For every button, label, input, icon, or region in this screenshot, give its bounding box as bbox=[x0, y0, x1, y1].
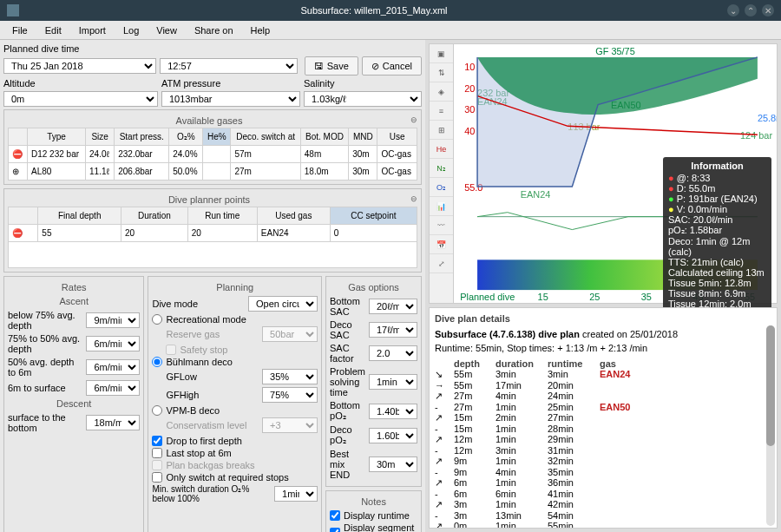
gfhigh-select[interactable]: 75% bbox=[262, 387, 318, 403]
dpo2-select[interactable]: 1.60bar bbox=[369, 428, 417, 443]
svg-text:10: 10 bbox=[464, 62, 475, 72]
note1-check[interactable] bbox=[330, 510, 340, 521]
menu-edit[interactable]: Edit bbox=[36, 25, 70, 36]
salinity-select[interactable]: 1.03kg/ℓ bbox=[304, 91, 422, 107]
tool-graph-icon[interactable]: 〰 bbox=[430, 216, 453, 235]
gas-options-panel: Gas options Bottom SAC20ℓ/min Deco SAC17… bbox=[325, 276, 422, 487]
save-button[interactable]: 🖫Save bbox=[305, 56, 358, 76]
planning-title: Planning bbox=[152, 282, 318, 292]
gas-row[interactable]: ⊕AL8011.1ℓ206.8bar50.0%27m18.0m30mOC-gas bbox=[9, 163, 417, 181]
tool-stats-icon[interactable]: 📊 bbox=[430, 197, 453, 216]
menubar: File Edit Import Log View Share on Help bbox=[0, 21, 781, 40]
safety-check bbox=[166, 345, 176, 355]
cancel-button[interactable]: ⊘Cancel bbox=[362, 56, 422, 76]
plan-row: ↗15m2min27min bbox=[435, 412, 771, 424]
maximize-button[interactable]: ⌃ bbox=[745, 4, 757, 16]
tool-4[interactable]: ≡ bbox=[430, 102, 453, 121]
ascent-label: Ascent bbox=[8, 296, 140, 306]
collapse-planner-icon[interactable]: ⊖ bbox=[410, 194, 417, 205]
menu-help[interactable]: Help bbox=[242, 25, 279, 36]
plan-row: ↗3m1min42min bbox=[435, 499, 771, 510]
planned-time-label: Planned dive time bbox=[3, 43, 422, 54]
dive-mode-select[interactable]: Open circuit bbox=[248, 296, 318, 312]
rate-3-select[interactable]: 6m/min bbox=[86, 359, 140, 375]
tool-3[interactable]: ◈ bbox=[430, 82, 453, 102]
onlysw-check[interactable] bbox=[152, 472, 162, 483]
recreational-radio[interactable] bbox=[152, 314, 162, 325]
profile-canvas[interactable]: GF 35/75 10 20 30 40 55.0 25.8m 232 bar … bbox=[454, 44, 777, 303]
tool-5[interactable]: ⊞ bbox=[430, 121, 453, 140]
menu-share[interactable]: Share on bbox=[186, 25, 242, 36]
gases-table: TypeSizeStart press.O₂%He%Deco. switch a… bbox=[8, 128, 417, 181]
plan-row: -12m3min31min bbox=[435, 445, 771, 456]
atm-select[interactable]: 1013mbar bbox=[161, 91, 300, 107]
rate-1-select[interactable]: 9m/min bbox=[86, 312, 140, 328]
planner-row[interactable]: ⛔552020EAN240 bbox=[9, 225, 417, 242]
close-button[interactable]: ✕ bbox=[762, 4, 774, 16]
menu-view[interactable]: View bbox=[148, 25, 186, 36]
rate-2-select[interactable]: 6m/min bbox=[86, 336, 140, 351]
bpo2-select[interactable]: 1.40bar bbox=[369, 404, 417, 419]
planner-table: Final depthDurationRun timeUsed gasCC se… bbox=[8, 207, 417, 268]
gas-row[interactable]: ⛔D12 232 bar24.0ℓ232.0bar24.0%57m48m30mO… bbox=[9, 146, 417, 163]
dive-profile: ▣ ⇅ ◈ ≡ ⊞ He N₂ O₂ 📊 〰 📅 ⤢ GF 35/75 10 2… bbox=[429, 43, 778, 304]
cancel-icon: ⊘ bbox=[371, 61, 379, 72]
laststop-check[interactable] bbox=[152, 448, 162, 458]
tool-he[interactable]: He bbox=[430, 140, 453, 159]
salinity-label: Salinity bbox=[304, 78, 334, 89]
svg-text:GF 35/75: GF 35/75 bbox=[595, 46, 634, 56]
note2-check[interactable] bbox=[330, 528, 340, 532]
time-select[interactable]: 12:57 bbox=[160, 58, 297, 74]
profile-toolbar: ▣ ⇅ ◈ ≡ ⊞ He N₂ O₂ 📊 〰 📅 ⤢ bbox=[430, 44, 454, 303]
tool-o2[interactable]: O₂ bbox=[430, 178, 453, 197]
notes-title: Notes bbox=[330, 496, 417, 507]
window-title: Subsurface: willem_2015_May.xml bbox=[26, 5, 722, 16]
available-gases-panel: Available gases⊖ TypeSizeStart press.O₂%… bbox=[3, 109, 422, 185]
plan-row: →55m17min20min bbox=[435, 380, 771, 391]
sacf-select[interactable]: 2.0 bbox=[369, 345, 417, 361]
altitude-label: Altitude bbox=[3, 78, 36, 89]
backgas-check bbox=[152, 460, 162, 470]
minsw-select[interactable]: 1min bbox=[274, 486, 318, 502]
date-select[interactable]: Thu 25 Jan 2018 bbox=[3, 58, 156, 74]
gflow-select[interactable]: 35% bbox=[262, 369, 318, 384]
pst-select[interactable]: 1min bbox=[369, 374, 417, 390]
remove-point-icon[interactable]: ⛔ bbox=[9, 225, 38, 242]
drop-check[interactable] bbox=[152, 436, 162, 446]
tool-2[interactable]: ⇅ bbox=[430, 63, 453, 82]
tool-1[interactable]: ▣ bbox=[430, 44, 453, 63]
svg-text:20: 20 bbox=[464, 83, 475, 94]
details-scrollbar[interactable] bbox=[766, 325, 775, 526]
rate-4-select[interactable]: 6m/min bbox=[86, 380, 140, 396]
plan-row: ↗12m1min29min bbox=[435, 434, 771, 445]
add-gas-icon[interactable]: ⊕ bbox=[9, 163, 28, 181]
bsac-select[interactable]: 20ℓ/min bbox=[369, 299, 417, 314]
remove-gas-icon[interactable]: ⛔ bbox=[9, 146, 28, 163]
minimize-button[interactable]: ⌄ bbox=[727, 4, 739, 16]
menu-import[interactable]: Import bbox=[70, 25, 115, 36]
rates-panel: Rates Ascent below 75% avg. depth9m/min … bbox=[3, 276, 144, 532]
plan-row: -9m4min35min bbox=[435, 467, 771, 477]
bme-select[interactable]: 30m bbox=[369, 456, 417, 472]
svg-text:124 bar: 124 bar bbox=[740, 130, 772, 141]
planner-points-panel: Dive planner points⊖ Final depthDuration… bbox=[3, 188, 422, 273]
plan-row: ↗0m1min55min bbox=[435, 521, 771, 529]
vpm-radio[interactable] bbox=[152, 405, 162, 416]
plan-row: ↘55m3min3minEAN24 bbox=[435, 369, 771, 380]
dsac-select[interactable]: 17ℓ/min bbox=[369, 322, 417, 338]
menu-file[interactable]: File bbox=[3, 25, 36, 36]
altitude-select[interactable]: 0m bbox=[3, 91, 158, 107]
gases-title: Available gases bbox=[8, 115, 410, 126]
tool-expand-icon[interactable]: ⤢ bbox=[430, 254, 453, 273]
tool-cal-icon[interactable]: 📅 bbox=[430, 235, 453, 254]
tool-n2[interactable]: N₂ bbox=[430, 159, 453, 178]
buhlmann-radio[interactable] bbox=[152, 357, 162, 367]
svg-text:40: 40 bbox=[464, 126, 475, 136]
app-icon bbox=[7, 4, 19, 16]
left-panel: Planned dive time Thu 25 Jan 2018 12:57 … bbox=[0, 40, 425, 532]
menu-log[interactable]: Log bbox=[115, 25, 148, 36]
svg-text:25.8m: 25.8m bbox=[758, 113, 777, 123]
rate-5-select[interactable]: 18m/min bbox=[86, 415, 140, 430]
collapse-gases-icon[interactable]: ⊖ bbox=[410, 115, 417, 126]
gasopt-title: Gas options bbox=[330, 282, 417, 292]
